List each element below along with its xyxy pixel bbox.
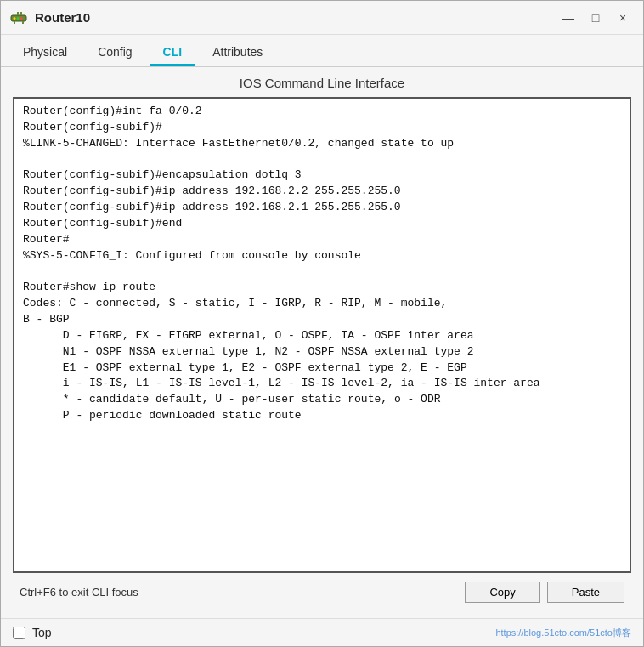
window-title: Router10 bbox=[35, 10, 556, 25]
svg-rect-4 bbox=[17, 12, 19, 15]
title-bar: Router10 — □ × bbox=[1, 1, 643, 35]
cli-area: Router(config)#int fa 0/0.2 Router(confi… bbox=[13, 97, 631, 573]
tab-config[interactable]: Config bbox=[84, 40, 145, 66]
close-button[interactable]: × bbox=[611, 8, 635, 28]
cli-footer: Ctrl+F6 to exit CLI focus Copy Paste bbox=[13, 573, 631, 611]
top-label[interactable]: Top bbox=[32, 626, 52, 639]
app-icon bbox=[9, 9, 28, 27]
minimize-button[interactable]: — bbox=[556, 8, 580, 28]
svg-rect-6 bbox=[14, 21, 15, 24]
svg-point-1 bbox=[14, 17, 16, 20]
svg-rect-5 bbox=[20, 12, 22, 15]
tab-attributes[interactable]: Attributes bbox=[199, 40, 276, 66]
maximize-button[interactable]: □ bbox=[584, 8, 607, 28]
svg-point-2 bbox=[17, 17, 20, 20]
window-controls: — □ × bbox=[556, 8, 635, 28]
top-checkbox-area: Top bbox=[13, 626, 52, 639]
cli-hint: Ctrl+F6 to exit CLI focus bbox=[20, 586, 458, 599]
main-window: Router10 — □ × Physical Config CLI Attri… bbox=[0, 0, 644, 647]
top-checkbox[interactable] bbox=[13, 627, 25, 639]
section-title: IOS Command Line Interface bbox=[13, 76, 631, 90]
copy-button[interactable]: Copy bbox=[465, 582, 539, 603]
svg-rect-7 bbox=[22, 21, 24, 24]
cli-output[interactable]: Router(config)#int fa 0/0.2 Router(confi… bbox=[14, 99, 630, 571]
paste-button[interactable]: Paste bbox=[547, 582, 624, 603]
bottom-bar: Top https://blog.51cto.com/51cto博客 bbox=[1, 618, 643, 646]
tab-bar: Physical Config CLI Attributes bbox=[1, 35, 643, 67]
watermark: https://blog.51cto.com/51cto博客 bbox=[495, 627, 631, 639]
tab-physical[interactable]: Physical bbox=[9, 40, 81, 66]
main-content: IOS Command Line Interface Router(config… bbox=[1, 67, 643, 618]
svg-point-3 bbox=[20, 17, 23, 20]
tab-cli[interactable]: CLI bbox=[150, 40, 196, 66]
